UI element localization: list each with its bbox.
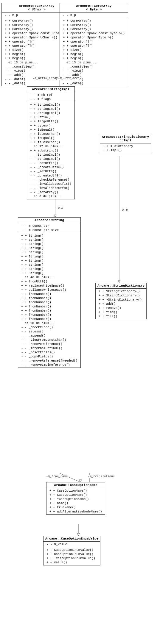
member-stringimpl-1-11: + substring(): [29, 149, 73, 153]
box-title-caseoptionname: Arcane::CaseOptionName: [46, 482, 105, 488]
member-arccore_string-1-20: + fromNumber(): [20, 317, 79, 321]
section-caseoptionenumvalue-1: + CaseOptionEnumValue()+ CaseOptionEnumV…: [43, 547, 100, 565]
section-corearray_byte-0: - m_p: [60, 12, 128, 18]
member-arccore_string-1-9: + String(): [20, 271, 79, 275]
member-caseoptionname-0-1: + CaseOptionName(): [48, 493, 103, 497]
member-arccore_string-1-25: - _viewFromConstChar(): [20, 338, 79, 342]
member-arccore_string-1-24: - _append(): [20, 334, 79, 338]
member-arccore_string-1-21: et 20 de plus...: [20, 321, 79, 325]
label-mp-stringdict: -m_p: [121, 208, 128, 212]
member-corearray_byte-1-11: - _constView(): [62, 65, 126, 69]
member-stringimpl-1-3: + utf16(): [29, 115, 73, 119]
member-caseoptionname-0-0: + CaseOptionName(): [48, 489, 103, 493]
member-arccore_string-1-2: + String(): [20, 242, 79, 246]
label-utf8: -m_utf8_array: [58, 77, 81, 80]
member-arccore_string-1-11: + fromUtf8(): [20, 279, 79, 284]
member-stringdictionary-0-1: + StringDictionary(): [97, 293, 144, 298]
member-stringdictionary-0-5: + find(): [97, 310, 144, 314]
member-stringimpl-1-9: + isLessThan(): [29, 140, 73, 144]
member-stringimpl-1-22: et 6 de plus...: [29, 194, 73, 198]
member-arccore_string-0-1: - m_const_ptr_size: [20, 228, 79, 232]
box-title-arccore_string: Arccore::String: [18, 218, 80, 223]
member-stringdict_impl-0-0: + m_dictionary: [102, 144, 149, 148]
member-arccore_string-1-13: + collapseWhiteSpace(): [20, 288, 79, 292]
member-arccore_string-1-8: + String(): [20, 267, 79, 271]
member-stringimpl-0-0: - m_nb_ref: [29, 93, 73, 97]
member-arccore_string-1-23: - isLess(): [20, 329, 79, 334]
member-corearray_byte-1-13: - _add(): [62, 73, 126, 77]
member-caseoptionname-0-2: + ~CaseOptionName(): [48, 497, 103, 501]
label-true-name: -m_true_name: [46, 475, 68, 478]
member-arccore_string-1-26: - _removeReference(): [20, 342, 79, 346]
box-title-caseoptionenumvalue: Arcane::CaseOptionEnumValue: [43, 536, 100, 542]
svg-marker-7: [118, 280, 120, 283]
member-stringimpl-1-21: - _setArray(): [29, 190, 73, 194]
member-arccore_string-1-22: - _checkClone(): [20, 325, 79, 329]
member-arccore_string-1-30: - _removeReferenceIfNeeded(): [20, 359, 79, 363]
member-arccore_string-1-15: + fromNumber(): [20, 296, 79, 300]
member-stringimpl-1-5: + bytes(): [29, 124, 73, 128]
member-arccore_string-1-5: + String(): [20, 254, 79, 259]
member-corearray_byte-1-6: + operator[](): [62, 44, 126, 48]
member-stringimpl-1-18: - _checkReference(): [29, 178, 73, 182]
member-corearray_byte-1-2: + CoreArray(): [62, 27, 126, 31]
member-corearray_byte-1-10: et 13 de plus...: [62, 60, 126, 65]
member-stringimpl-1-10: et 17 de plus...: [29, 144, 73, 149]
member-corearray_byte-1-0: + CoreArray(): [62, 19, 126, 23]
uml-box-caseoptionname: Arcane::CaseOptionName+ CaseOptionName()…: [46, 482, 105, 515]
member-arccore_string-0-0: - m_const_ptr: [20, 224, 79, 228]
member-stringimpl-1-7: + isLessThan(): [29, 132, 73, 136]
member-arccore_string-1-6: + String(): [20, 259, 79, 263]
member-arccore_string-1-29: - _copyFields(): [20, 354, 79, 359]
member-stringimpl-1-12: - StringImpl(): [29, 153, 73, 157]
member-arccore_string-1-7: + String(): [20, 263, 79, 267]
member-arccore_string-1-17: + fromNumber(): [20, 304, 79, 309]
member-arccore_string-1-4: + String(): [20, 250, 79, 254]
member-stringdictionary-0-3: + add(): [97, 302, 144, 306]
member-corearray_byte-0-0: - m_p: [62, 13, 126, 17]
member-stringimpl-1-1: + StringImpl(): [29, 107, 73, 111]
section-stringdictionary-0: + StringDictionary()+ StringDictionary()…: [96, 289, 146, 319]
member-corearray_byte-1-8: + begin(): [62, 52, 126, 56]
member-stringdict_impl-0-1: + Impl(): [102, 148, 149, 152]
uml-box-stringdict_impl: Arcane::StringDictionary::Impl+ m_dictio…: [100, 134, 151, 153]
section-stringdict_impl-0: + m_dictionary+ Impl(): [100, 143, 151, 153]
label-translations: -m_translations: [88, 475, 115, 478]
member-arccore_string-1-3: + String(): [20, 246, 79, 250]
section-stringimpl-0: - m_nb_ref- m_flags: [27, 92, 74, 102]
section-caseoptionname-0: + CaseOptionName()+ CaseOptionName()+ ~C…: [46, 488, 105, 514]
member-caseoptionname-0-4: + trueName(): [48, 505, 103, 509]
member-stringdictionary-0-6: + fill(): [97, 314, 144, 318]
member-arccore_string-1-10: et 46 de plus...: [20, 275, 79, 279]
member-arccore_string-1-31: - _removeImplReference(): [20, 363, 79, 367]
member-stringimpl-1-13: - StringImpl(): [29, 157, 73, 161]
member-caseoptionenumvalue-1-1: + CaseOptionEnumValue(): [45, 552, 98, 556]
member-stringimpl-0-1: - m_flags: [29, 97, 73, 101]
member-stringimpl-1-16: - _setUtf8(): [29, 169, 73, 173]
member-corearray_byte-1-15: - _data(): [62, 81, 126, 85]
box-title-stringimpl: Arccore::StringImpl: [27, 87, 74, 92]
uml-box-corearray_byte: Arccore::CoreArray< Byte >- m_p+ CoreArr…: [60, 3, 128, 86]
member-arccore_string-1-16: + fromNumber(): [20, 300, 79, 304]
uml-box-stringimpl: Arccore::StringImpl- m_nb_ref- m_flags+ …: [27, 86, 75, 199]
member-arccore_string-1-14: + fromNumber(): [20, 292, 79, 296]
section-arccore_string-1: + String()+ String()+ String()+ String()…: [18, 233, 80, 368]
member-caseoptionname-0-3: + name(): [48, 501, 103, 505]
uml-box-arccore_string: Arccore::String- m_const_ptr- m_const_pt…: [18, 217, 81, 368]
member-stringimpl-1-8: + isEqual(): [29, 136, 73, 140]
member-stringimpl-1-6: + isEqual(): [29, 128, 73, 132]
section-caseoptionenumvalue-0: - m_value: [43, 542, 100, 547]
member-arccore_string-1-19: + fromNumber(): [20, 313, 79, 317]
section-stringimpl-1: + StringImpl()+ StringImpl()+ StringImpl…: [27, 102, 74, 199]
section-arccore_string-0: - m_const_ptr- m_const_ptr_size: [18, 223, 80, 233]
diagram-container: -m_utf16_array -m_utf8_array -m_p -m_p -…: [0, 0, 157, 644]
member-stringdictionary-0-4: + remove(): [97, 306, 144, 310]
box-title-stringdictionary: Arcane::StringDictionary: [96, 283, 146, 289]
label-mp-stringimpl: -m_p: [56, 206, 63, 210]
member-stringimpl-1-15: - _createUtf16(): [29, 165, 73, 169]
member-stringimpl-1-17: - _createUtf8(): [29, 173, 73, 178]
member-stringimpl-1-4: + largeUtf8(): [29, 119, 73, 124]
member-arccore_string-1-12: + replaceWhiteSpace(): [20, 284, 79, 288]
svg-marker-5: [54, 215, 56, 217]
uml-box-caseoptionenumvalue: Arcane::CaseOptionEnumValue- m_value+ Ca…: [43, 536, 100, 565]
